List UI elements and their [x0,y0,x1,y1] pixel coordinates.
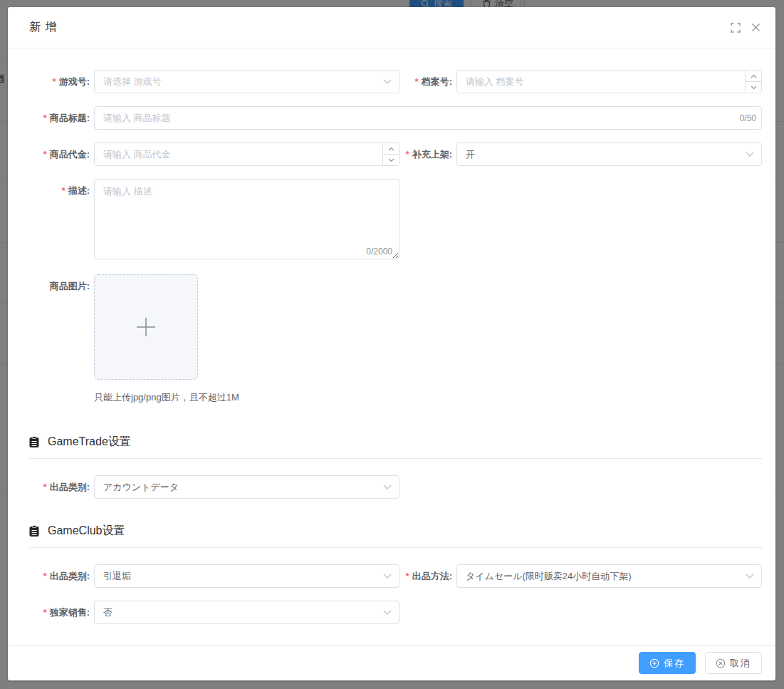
image-upload-button[interactable] [94,274,198,380]
increase-icon[interactable] [383,143,399,154]
restock-label: 补充上架: [412,143,452,166]
image-upload-tip: 只能上传jpg/png图片，且不超过1M [94,391,239,404]
plus-icon [135,316,157,338]
price-field [94,143,399,166]
clipboard-icon [29,436,39,448]
chevron-down-icon [746,574,754,579]
chevron-down-icon [383,79,392,84]
form-row-gameclub-exclusive: * 独家销售: 否 [29,601,762,624]
gameclub-section-header: GameClub设置 [29,524,762,539]
gameclub-method-select[interactable]: タイムセール(限时贩卖24小时自动下架) [456,564,762,588]
chevron-down-icon [383,485,392,489]
required-mark: * [43,475,47,499]
section-divider [29,458,762,459]
cancel-button[interactable]: 取消 [705,652,762,674]
chevron-down-icon [383,574,392,579]
archive-no-field [456,70,762,93]
description-field: 0/2000 [94,179,399,262]
required-mark: * [43,564,47,588]
archive-no-spinner [745,71,761,93]
increase-icon[interactable] [746,71,761,81]
game-no-label: 游戏号: [59,70,90,93]
price-input[interactable] [94,143,399,166]
save-button[interactable]: 保存 [639,652,696,674]
circle-close-icon [716,658,726,668]
circle-plus-icon [649,658,659,668]
chevron-down-icon [383,610,392,615]
form-row-item-title: * 商品标题: 0/50 [29,106,762,130]
required-mark: * [43,106,47,130]
price-spinner [382,143,399,165]
description-textarea[interactable] [94,179,399,259]
add-item-dialog: 新 增 * 游戏号: 请选择 游戏号 [8,7,775,680]
required-mark: * [415,70,419,93]
gametrade-section-title: GameTrade设置 [48,435,131,450]
required-mark: * [43,143,47,166]
gameclub-method-value: タイムセール(限时贩卖24小时自动下架) [466,570,746,583]
gametrade-category-select[interactable]: アカウントデータ [94,475,399,499]
dialog-footer: 保存 取消 [8,645,775,680]
required-mark: * [406,564,409,588]
decrease-icon[interactable] [746,81,761,93]
gametrade-category-value: アカウントデータ [103,481,383,494]
form-row-gametrade-category: * 出品类别: アカウントデータ [29,475,762,499]
dialog-title: 新 增 [29,20,57,35]
gametrade-section: GameTrade设置 * 出品类别: アカウントデータ [29,435,762,499]
description-label: 描述: [68,179,90,202]
form-row-price-restock: * 商品代金: * 补充上架: 开 [29,143,762,166]
price-label: 商品代金: [50,143,90,166]
fullscreen-icon[interactable] [730,22,741,33]
chevron-down-icon [746,152,754,157]
required-mark: * [43,601,47,624]
archive-no-label: 档案号: [422,70,452,93]
gametrade-section-header: GameTrade设置 [29,435,762,450]
game-no-select-value: 请选择 游戏号 [103,76,383,88]
image-upload-area: 只能上传jpg/png图片，且不超过1M [94,274,239,404]
restock-select[interactable]: 开 [456,143,762,166]
form-row-image: 商品图片: 只能上传jpg/png图片，且不超过1M [29,274,762,404]
dialog-header: 新 增 [8,7,775,48]
form-row-game-archive: * 游戏号: 请选择 游戏号 * 档案号: [29,70,762,93]
required-mark: * [406,143,409,166]
section-divider [29,547,762,548]
form-row-description: * 描述: 0/2000 [29,179,762,262]
form-row-gameclub-category-method: * 出品类别: 引退垢 * 出品方法: タイムセール(限时贩卖24小时自动下架) [29,564,762,588]
decrease-icon[interactable] [383,154,399,165]
clipboard-icon [29,525,39,537]
gameclub-exclusive-value: 否 [103,606,383,619]
required-mark: * [62,179,66,202]
gameclub-exclusive-label: 独家销售: [50,601,90,624]
item-title-label: 商品标题: [50,106,90,130]
gameclub-section: GameClub设置 * 出品类别: 引退垢 * 出品方法: [29,524,762,624]
gameclub-exclusive-select[interactable]: 否 [94,601,399,624]
gameclub-category-label: 出品类别: [50,564,90,588]
close-icon[interactable] [750,22,761,33]
gameclub-method-label: 出品方法: [412,564,452,588]
image-label: 商品图片: [50,274,90,298]
gameclub-section-title: GameClub设置 [48,524,125,539]
save-button-label: 保存 [664,657,685,670]
item-title-input[interactable] [94,106,762,130]
gameclub-category-value: 引退垢 [103,570,383,583]
item-title-field: 0/50 [94,106,762,130]
archive-no-input[interactable] [456,70,762,93]
restock-select-value: 开 [466,148,746,161]
gameclub-category-select[interactable]: 引退垢 [94,564,399,588]
dialog-body: * 游戏号: 请选择 游戏号 * 档案号: [8,48,775,645]
required-mark: * [53,70,56,93]
cancel-button-label: 取消 [730,657,751,670]
gametrade-category-label: 出品类别: [50,475,90,499]
game-no-select[interactable]: 请选择 游戏号 [94,70,399,93]
